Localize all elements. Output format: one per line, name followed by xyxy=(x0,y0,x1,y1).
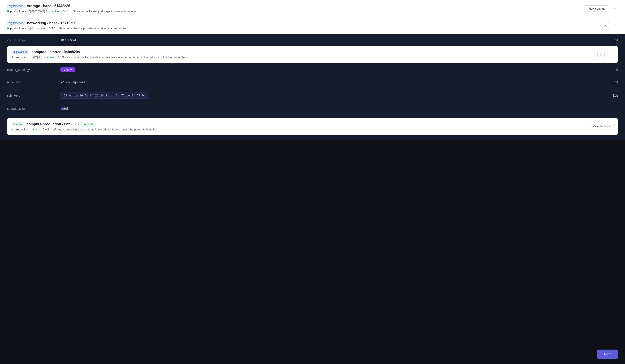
inferred-block-card: instellar compute-production - 6bf30562 … xyxy=(7,118,618,135)
node-size-edit[interactable]: Edit xyxy=(613,80,618,84)
networking-more-icon: ⋮ xyxy=(612,23,616,28)
storage-description: Storage blocks setup storage for use wit… xyxy=(73,10,137,13)
compute-more-icon: ⋮ xyxy=(608,52,612,57)
inferred-status-tag: inferred xyxy=(82,122,95,126)
inferred-block-inner: instellar compute-production - 6bf30562 … xyxy=(12,122,585,131)
vpc-ip-range-label: vpc_ip_range xyxy=(7,38,61,42)
node-size-field: node_size s-1vcpu-1gb-amd Edit xyxy=(7,76,618,88)
next-button[interactable]: Next xyxy=(597,350,618,359)
storage-view-settings-button[interactable]: View settings xyxy=(585,5,609,12)
networking-fields-section: vpc_ip_range 10.1.1.0/24 Edit xyxy=(0,34,625,46)
inferred-title-row: instellar compute-production - 6bf30562 … xyxy=(12,122,585,126)
page-wrapper: digitalocean storage - base - 61442c86 p… xyxy=(0,0,625,364)
compute-block-card: digitalocean compute - starter - 0abc820… xyxy=(7,46,618,63)
storage-actions: View settings ⋮ xyxy=(585,4,618,12)
networking-status: active xyxy=(38,27,46,30)
inferred-env: production xyxy=(15,128,28,131)
inferred-version: 0.6.3 xyxy=(43,128,49,131)
compute-block-inner: digitalocean compute - starter - 0abc820… xyxy=(12,50,594,59)
ssh-keys-edit[interactable]: Edit xyxy=(613,94,618,97)
storage-more-button[interactable]: ⋮ xyxy=(611,5,618,12)
storage-status: active xyxy=(52,10,60,13)
storage-title-row: digitalocean storage - base - 61442c86 xyxy=(7,4,581,8)
compute-version: 0.5.3 xyxy=(57,56,64,59)
vpc-ip-range-field: vpc_ip_range 10.1.1.0/24 Edit xyxy=(7,34,618,46)
networking-provider-tag: digitalocean xyxy=(7,21,25,25)
cluster-topology-value: Empty xyxy=(61,67,613,72)
inferred-view-settings-button[interactable]: View settings xyxy=(589,123,613,129)
networking-close-button[interactable]: ✕ xyxy=(602,22,609,29)
node-size-value: s-1vcpu-1gb-amd xyxy=(61,80,613,84)
inferred-description: Inferred components are automatically ad… xyxy=(52,128,157,131)
cluster-topology-label: cluster_topology xyxy=(7,68,61,72)
networking-block-title: networking - base - 15719c90 xyxy=(27,21,76,25)
compute-card-wrapper: digitalocean compute - starter - 0abc820… xyxy=(0,46,625,63)
compute-meta-row: production · droplet · active · 0.5.3 · … xyxy=(12,55,594,59)
networking-title-row: digitalocean networking - base - 15719c9… xyxy=(7,21,598,25)
storage-size-field: storage_size 15 Edit xyxy=(7,103,618,115)
vpc-ip-range-edit[interactable]: Edit xyxy=(613,38,618,42)
inferred-block-title: compute-production - 6bf30562 xyxy=(27,122,79,126)
networking-block-card: digitalocean networking - base - 15719c9… xyxy=(7,17,618,34)
compute-env: production xyxy=(15,56,28,59)
networking-more-button[interactable]: ⋮ xyxy=(611,22,618,29)
cluster-topology-edit[interactable]: Edit xyxy=(613,68,618,72)
storage-block-inner: digitalocean storage - base - 61442c86 p… xyxy=(7,4,581,13)
storage-meta-row: production · spaces-storage · active · 0… xyxy=(7,9,581,13)
networking-meta-row: production · vpc · active · 0.5.3 · Netw… xyxy=(7,27,598,30)
networking-actions: ✕ ⋮ xyxy=(602,21,618,29)
storage-size-label: storage_size xyxy=(7,107,61,110)
compute-description: Compute blocks provide compute resources… xyxy=(67,56,190,59)
storage-provider-tag: digitalocean xyxy=(7,4,25,8)
compute-status-dot xyxy=(12,56,13,58)
storage-version: 0.5.3 xyxy=(63,10,69,13)
inferred-actions: View settings xyxy=(589,122,613,129)
compute-close-button[interactable]: ✕ xyxy=(597,51,605,58)
networking-type-tag: vpc xyxy=(27,27,34,30)
networking-block-section: digitalocean networking - base - 15719c9… xyxy=(0,17,625,34)
networking-description: Networking blocks provide networking vpc… xyxy=(59,27,127,30)
storage-env: production xyxy=(10,10,24,13)
storage-size-value: 15 xyxy=(61,107,64,110)
storage-type-tag: spaces-storage xyxy=(27,9,48,13)
networking-block-inner: digitalocean networking - base - 15719c9… xyxy=(7,21,598,30)
compute-actions: ✕ ⋮ xyxy=(597,50,613,58)
storage-status-dot xyxy=(7,10,9,12)
networking-env: production xyxy=(10,27,24,30)
compute-close-icon: ✕ xyxy=(600,53,602,57)
compute-fields-section: cluster_topology Empty Edit node_size s-… xyxy=(0,63,625,140)
ssh-keys-value: 52:0d:1a:16:5e:64:22:28:1c:ec:3a:72:ce:2… xyxy=(61,92,613,99)
page-footer: Next xyxy=(0,344,625,364)
compute-block-title: compute - starter - 0abc820a xyxy=(31,50,80,54)
inferred-status-dot xyxy=(12,129,13,130)
cluster-topology-empty-tag: Empty xyxy=(61,67,75,72)
storage-block-card: digitalocean storage - base - 61442c86 p… xyxy=(7,0,618,17)
cluster-topology-field: cluster_topology Empty Edit xyxy=(7,63,618,76)
storage-size-edit[interactable]: Edit xyxy=(64,107,69,110)
compute-type-tag: droplet xyxy=(31,55,43,59)
compute-title-row: digitalocean compute - starter - 0abc820… xyxy=(12,50,594,54)
compute-more-button[interactable]: ⋮ xyxy=(606,51,613,58)
inferred-status: active xyxy=(31,128,39,131)
compute-status: active xyxy=(46,56,54,59)
networking-status-dot xyxy=(7,27,9,29)
storage-more-icon: ⋮ xyxy=(612,6,616,11)
storage-block-title: storage - base - 61442c86 xyxy=(27,4,70,8)
ssh-keys-label: ssh_keys xyxy=(7,94,61,97)
storage-block-section: digitalocean storage - base - 61442c86 p… xyxy=(0,0,625,17)
networking-close-icon: ✕ xyxy=(604,24,607,28)
ssh-keys-field: ssh_keys 52:0d:1a:16:5e:64:22:28:1c:ec:3… xyxy=(7,88,618,103)
inferred-provider-tag: instellar xyxy=(12,122,24,126)
compute-provider-tag: digitalocean xyxy=(12,50,29,54)
node-size-label: node_size xyxy=(7,80,61,84)
inferred-meta-row: production · active · 0.6.3 · Inferred c… xyxy=(12,128,585,131)
networking-version: 0.5.3 xyxy=(49,27,55,30)
ssh-key-badge: 52:0d:1a:16:5e:64:22:28:1c:ec:3a:72:ce:2… xyxy=(61,92,149,99)
vpc-ip-range-value: 10.1.1.0/24 xyxy=(61,38,613,42)
